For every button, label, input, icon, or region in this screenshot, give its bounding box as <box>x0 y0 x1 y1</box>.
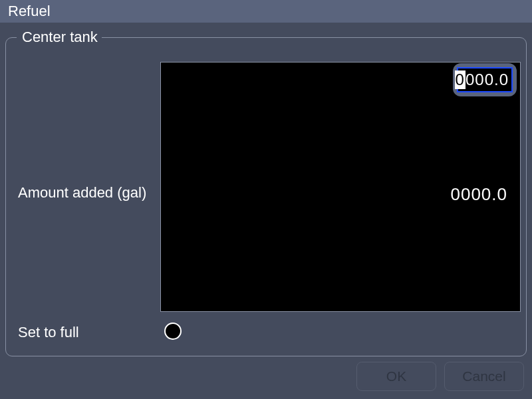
fieldset-legend: Center tank <box>19 29 100 46</box>
center-tank-fieldset: Center tank 0000.0 Amount added (gal) 00… <box>5 37 527 356</box>
titlebar: Refuel <box>0 0 532 23</box>
amount-input[interactable]: 0000.0 <box>457 67 513 92</box>
ok-button[interactable]: OK <box>356 362 436 391</box>
amount-input-rest: 000.0 <box>466 70 509 89</box>
set-to-full-label: Set to full <box>18 324 79 341</box>
amount-added-label: Amount added (gal) <box>18 184 146 201</box>
amount-input-selected-digit: 0 <box>455 70 466 89</box>
cancel-button[interactable]: Cancel <box>444 362 524 391</box>
fieldset-inner: 0000.0 Amount added (gal) 0000.0 Set to … <box>13 45 519 349</box>
dialog-button-row: OK Cancel <box>356 362 524 391</box>
amount-added-value: 0000.0 <box>450 184 507 205</box>
amount-input-container: 0000.0 <box>453 63 517 96</box>
content-area: Center tank 0000.0 Amount added (gal) 00… <box>0 23 532 356</box>
window-title: Refuel <box>8 3 51 19</box>
set-to-full-radio[interactable] <box>164 323 182 340</box>
